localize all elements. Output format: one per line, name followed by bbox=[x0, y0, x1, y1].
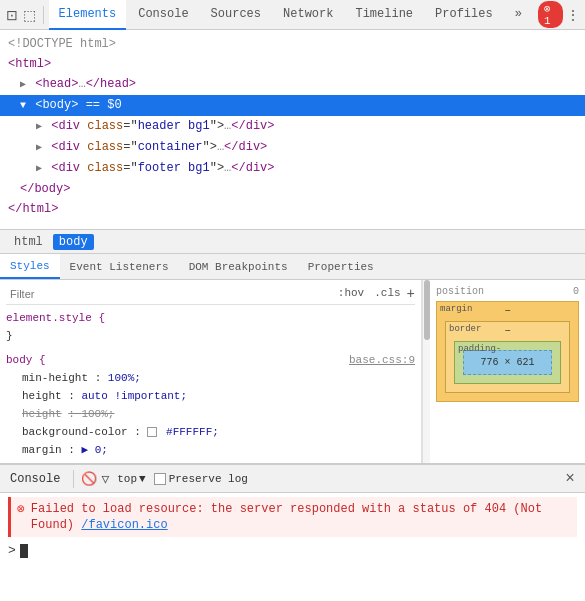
body-props: min-height : 100%; height : auto !import… bbox=[6, 369, 415, 463]
console-input-line: > bbox=[8, 541, 577, 560]
dom-container-div[interactable]: ▶ <div class="container">…</div> bbox=[0, 137, 585, 158]
dom-header-div[interactable]: ▶ <div class="header bg1">…</div> bbox=[0, 116, 585, 137]
divider bbox=[73, 470, 74, 488]
close-console-button[interactable]: × bbox=[559, 468, 581, 490]
box-padding: padding- 776 × 621 bbox=[454, 341, 561, 384]
element-style-block: element.style { } bbox=[6, 309, 415, 345]
box-model-panel: position 0 margin − border − padding- 77… bbox=[430, 280, 585, 463]
filter-input[interactable] bbox=[6, 286, 334, 302]
tab-network[interactable]: Network bbox=[273, 0, 343, 30]
css-prop-height-auto: height : auto !important; bbox=[22, 387, 415, 405]
dom-body-close[interactable]: </body> bbox=[0, 179, 585, 199]
clear-console-icon[interactable]: 🚫 bbox=[81, 471, 97, 487]
dom-footer-div[interactable]: ▶ <div class="footer bg1">…</div> bbox=[0, 158, 585, 179]
elements-panel: <!DOCTYPE html> <html> ▶ <head>…</head> … bbox=[0, 30, 585, 230]
divider bbox=[43, 6, 44, 24]
console-toolbar: Console 🚫 ▽ top ▼ Preserve log × bbox=[0, 465, 585, 493]
padding-label: padding- bbox=[458, 344, 501, 354]
element-style-selector: element.style { bbox=[6, 309, 415, 327]
css-prop-margin: margin : ▶ 0; bbox=[22, 441, 415, 459]
border-label: border bbox=[449, 324, 481, 334]
console-prompt: > bbox=[8, 543, 16, 558]
styles-tabs: Styles Event Listeners DOM Breakpoints P… bbox=[0, 254, 585, 280]
error-circle-icon: ⊗ bbox=[17, 502, 25, 518]
checkbox-icon bbox=[154, 473, 166, 485]
tab-timeline[interactable]: Timeline bbox=[345, 0, 423, 30]
styles-scrollbar[interactable] bbox=[422, 280, 430, 463]
triangle-icon: ▶ bbox=[36, 163, 42, 174]
border-val: − bbox=[504, 326, 510, 337]
dom-html-open[interactable]: <html> bbox=[0, 54, 585, 74]
breadcrumb: html body bbox=[0, 230, 585, 254]
tab-elements[interactable]: Elements bbox=[49, 0, 127, 30]
tab-styles[interactable]: Styles bbox=[0, 254, 60, 279]
triangle-down-icon: ▼ bbox=[20, 100, 26, 111]
box-margin: margin − border − padding- 776 × 621 bbox=[436, 301, 579, 402]
console-error-message: ⊗ Failed to load resource: the server re… bbox=[8, 497, 577, 537]
tab-properties[interactable]: Properties bbox=[298, 254, 384, 279]
error-badge: ⊗ 1 bbox=[538, 1, 563, 28]
margin-val: − bbox=[504, 306, 510, 317]
css-prop-min-height: min-height : 100%; bbox=[22, 369, 415, 387]
tab-console[interactable]: Console bbox=[128, 0, 198, 30]
box-border: border − padding- 776 × 621 bbox=[445, 321, 570, 393]
color-swatch[interactable] bbox=[147, 427, 157, 437]
element-style-close: } bbox=[6, 327, 415, 345]
filter-bar: :hov .cls + bbox=[6, 284, 415, 305]
hov-filter-btn[interactable]: :hov bbox=[334, 286, 368, 302]
tab-sources[interactable]: Sources bbox=[201, 0, 271, 30]
console-panel: Console 🚫 ▽ top ▼ Preserve log × ⊗ Faile… bbox=[0, 464, 585, 564]
tab-event-listeners[interactable]: Event Listeners bbox=[60, 254, 179, 279]
dom-doctype[interactable]: <!DOCTYPE html> bbox=[0, 34, 585, 54]
more-options-icon[interactable]: ⋮ bbox=[565, 3, 581, 27]
inspect-icon[interactable]: ⬚ bbox=[22, 3, 38, 27]
log-level-select[interactable]: top ▼ bbox=[113, 471, 149, 487]
margin-label: margin bbox=[440, 304, 472, 314]
triangle-icon: ▶ bbox=[36, 142, 42, 153]
cursor-icon[interactable]: ⊡ bbox=[4, 3, 20, 27]
css-source-link[interactable]: base.css:9 bbox=[349, 351, 415, 369]
preserve-log-checkbox[interactable]: Preserve log bbox=[154, 473, 248, 485]
console-body: ⊗ Failed to load resource: the server re… bbox=[0, 493, 585, 564]
scrollbar-thumb bbox=[424, 280, 430, 340]
console-title: Console bbox=[4, 472, 66, 486]
css-prop-bg-color: background-color : #FFFFFF; bbox=[22, 423, 415, 441]
dom-head[interactable]: ▶ <head>…</head> bbox=[0, 74, 585, 95]
filter-icon[interactable]: ▽ bbox=[101, 471, 109, 487]
filter-buttons: :hov .cls + bbox=[334, 286, 415, 302]
add-style-btn[interactable]: + bbox=[407, 286, 415, 302]
css-prop-padding: padding : ▶ 0; bbox=[22, 459, 415, 463]
console-cursor bbox=[20, 544, 28, 558]
devtools-toolbar: ⊡ ⬚ Elements Console Sources Network Tim… bbox=[0, 0, 585, 30]
styles-content: :hov .cls + element.style { } body { bas… bbox=[0, 280, 585, 463]
breadcrumb-body[interactable]: body bbox=[53, 234, 94, 250]
body-style-block: body { base.css:9 min-height : 100%; hei… bbox=[6, 351, 415, 463]
tab-more[interactable]: » bbox=[505, 0, 532, 30]
cls-filter-btn[interactable]: .cls bbox=[370, 286, 404, 302]
triangle-icon: ▶ bbox=[36, 121, 42, 132]
box-model-title: position 0 bbox=[436, 286, 579, 297]
styles-panel: Styles Event Listeners DOM Breakpoints P… bbox=[0, 254, 585, 464]
dom-html-close[interactable]: </html> bbox=[0, 199, 585, 219]
dom-body[interactable]: ▼ <body> == $0 bbox=[0, 95, 585, 116]
triangle-icon: ▶ bbox=[20, 79, 26, 90]
breadcrumb-html[interactable]: html bbox=[8, 234, 49, 250]
css-prop-height-strikethrough: height : 100%; bbox=[22, 405, 415, 423]
body-selector-line: body { base.css:9 bbox=[6, 351, 415, 369]
tab-profiles[interactable]: Profiles bbox=[425, 0, 503, 30]
error-resource-link[interactable]: /favicon.ico bbox=[81, 518, 167, 532]
tab-dom-breakpoints[interactable]: DOM Breakpoints bbox=[179, 254, 298, 279]
styles-left-pane: :hov .cls + element.style { } body { bas… bbox=[0, 280, 422, 463]
